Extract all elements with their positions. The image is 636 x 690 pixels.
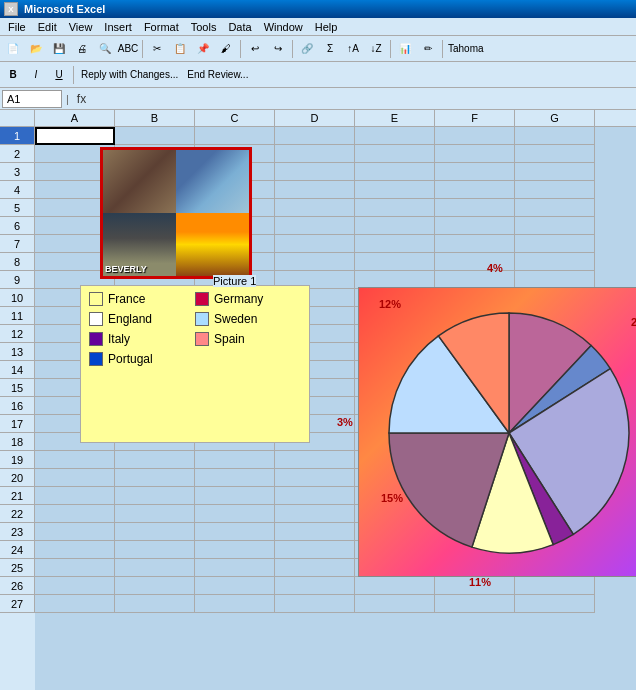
cell-8-4[interactable]: [355, 253, 435, 271]
cell-3-4[interactable]: [355, 163, 435, 181]
cell-3-6[interactable]: [515, 163, 595, 181]
menu-file[interactable]: File: [2, 21, 32, 33]
redo-button[interactable]: ↪: [267, 38, 289, 60]
autosum-button[interactable]: Σ: [319, 38, 341, 60]
end-review-label[interactable]: End Review...: [187, 69, 248, 80]
save-button[interactable]: 💾: [48, 38, 70, 60]
cell-27-3[interactable]: [275, 595, 355, 613]
cell-1-6[interactable]: [515, 127, 595, 145]
cell-20-0[interactable]: [35, 469, 115, 487]
cell-26-1[interactable]: [115, 577, 195, 595]
cell-6-4[interactable]: [355, 217, 435, 235]
row-num-4[interactable]: 4: [0, 181, 35, 199]
sort-desc-button[interactable]: ↓Z: [365, 38, 387, 60]
cell-26-2[interactable]: [195, 577, 275, 595]
cell-27-2[interactable]: [195, 595, 275, 613]
italic-button[interactable]: I: [25, 64, 47, 86]
row-num-9[interactable]: 9: [0, 271, 35, 289]
cell-5-3[interactable]: [275, 199, 355, 217]
row-num-15[interactable]: 15: [0, 379, 35, 397]
cell-21-1[interactable]: [115, 487, 195, 505]
cell-22-1[interactable]: [115, 505, 195, 523]
row-num-16[interactable]: 16: [0, 397, 35, 415]
row-num-23[interactable]: 23: [0, 523, 35, 541]
cell-27-6[interactable]: [515, 595, 595, 613]
col-header-e[interactable]: E: [355, 110, 435, 126]
paste-button[interactable]: 📌: [192, 38, 214, 60]
cell-1-0[interactable]: [35, 127, 115, 145]
row-num-25[interactable]: 25: [0, 559, 35, 577]
cell-23-3[interactable]: [275, 523, 355, 541]
cell-8-6[interactable]: [515, 253, 595, 271]
col-header-a[interactable]: A: [35, 110, 115, 126]
spell-check-button[interactable]: ABC: [117, 38, 139, 60]
row-num-8[interactable]: 8: [0, 253, 35, 271]
cell-1-5[interactable]: [435, 127, 515, 145]
col-header-b[interactable]: B: [115, 110, 195, 126]
row-num-19[interactable]: 19: [0, 451, 35, 469]
menu-insert[interactable]: Insert: [98, 21, 138, 33]
row-num-22[interactable]: 22: [0, 505, 35, 523]
row-num-2[interactable]: 2: [0, 145, 35, 163]
row-num-26[interactable]: 26: [0, 577, 35, 595]
cell-26-0[interactable]: [35, 577, 115, 595]
cell-5-5[interactable]: [435, 199, 515, 217]
col-header-g[interactable]: G: [515, 110, 595, 126]
cell-20-2[interactable]: [195, 469, 275, 487]
drawing-button[interactable]: ✏: [417, 38, 439, 60]
cell-21-2[interactable]: [195, 487, 275, 505]
cell-1-2[interactable]: [195, 127, 275, 145]
menu-data[interactable]: Data: [222, 21, 257, 33]
undo-button[interactable]: ↩: [244, 38, 266, 60]
row-num-14[interactable]: 14: [0, 361, 35, 379]
copy-button[interactable]: 📋: [169, 38, 191, 60]
chart-wizard-button[interactable]: 📊: [394, 38, 416, 60]
print-preview-button[interactable]: 🔍: [94, 38, 116, 60]
cell-6-6[interactable]: [515, 217, 595, 235]
picture-frame[interactable]: BEVERLY: [100, 147, 252, 279]
cell-22-2[interactable]: [195, 505, 275, 523]
menu-help[interactable]: Help: [309, 21, 344, 33]
cell-23-0[interactable]: [35, 523, 115, 541]
row-num-10[interactable]: 10: [0, 289, 35, 307]
cell-1-3[interactable]: [275, 127, 355, 145]
row-num-13[interactable]: 13: [0, 343, 35, 361]
cell-8-5[interactable]: [435, 253, 515, 271]
cell-7-3[interactable]: [275, 235, 355, 253]
cell-26-6[interactable]: [515, 577, 595, 595]
cell-4-5[interactable]: [435, 181, 515, 199]
row-num-12[interactable]: 12: [0, 325, 35, 343]
col-header-f[interactable]: F: [435, 110, 515, 126]
cell-25-1[interactable]: [115, 559, 195, 577]
format-painter-button[interactable]: 🖌: [215, 38, 237, 60]
cell-27-4[interactable]: [355, 595, 435, 613]
hyperlink-button[interactable]: 🔗: [296, 38, 318, 60]
cell-7-5[interactable]: [435, 235, 515, 253]
row-num-18[interactable]: 18: [0, 433, 35, 451]
row-num-20[interactable]: 20: [0, 469, 35, 487]
cell-25-2[interactable]: [195, 559, 275, 577]
menu-edit[interactable]: Edit: [32, 21, 63, 33]
font-name[interactable]: Tahoma: [446, 43, 486, 54]
menu-window[interactable]: Window: [258, 21, 309, 33]
cell-27-0[interactable]: [35, 595, 115, 613]
cell-19-2[interactable]: [195, 451, 275, 469]
cell-6-3[interactable]: [275, 217, 355, 235]
col-header-d[interactable]: D: [275, 110, 355, 126]
open-button[interactable]: 📂: [25, 38, 47, 60]
cell-25-0[interactable]: [35, 559, 115, 577]
cell-5-6[interactable]: [515, 199, 595, 217]
menu-format[interactable]: Format: [138, 21, 185, 33]
cell-27-1[interactable]: [115, 595, 195, 613]
sort-asc-button[interactable]: ↑A: [342, 38, 364, 60]
cell-2-4[interactable]: [355, 145, 435, 163]
col-header-c[interactable]: C: [195, 110, 275, 126]
cell-19-0[interactable]: [35, 451, 115, 469]
cell-reference[interactable]: A1: [2, 90, 62, 108]
underline-button[interactable]: U: [48, 64, 70, 86]
cell-24-2[interactable]: [195, 541, 275, 559]
row-num-21[interactable]: 21: [0, 487, 35, 505]
cell-5-4[interactable]: [355, 199, 435, 217]
print-button[interactable]: 🖨: [71, 38, 93, 60]
cell-22-3[interactable]: [275, 505, 355, 523]
